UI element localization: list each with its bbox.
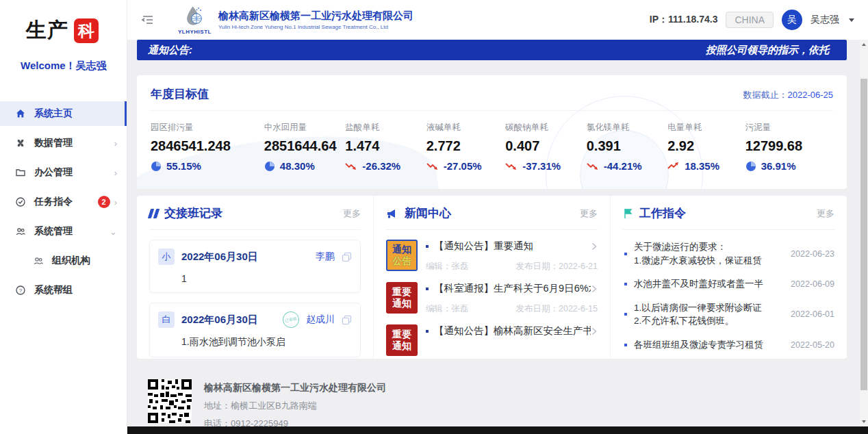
bullet-icon (624, 253, 627, 255)
metric-label: 电量单耗 (667, 122, 745, 133)
copy-icon[interactable] (342, 315, 352, 325)
news-item[interactable]: 重要 通知 【科室通报】生产科关于6月9日6%水 编辑：张磊 发布日期：2022… (386, 282, 598, 315)
help-icon: ? (15, 285, 26, 296)
bullet-icon (624, 313, 627, 316)
company-name-zh: 榆林高新区榆横第一工业污水处理有限公司 (218, 10, 413, 23)
page-footer: 榆林高新区榆横第一工业污水处理有限公司 地址：榆横工业区B九路南端 电话：091… (137, 379, 847, 430)
instructions-panel: 工作指令 更多 关于微滤运行的要求：1.微滤产水衰减较快，保证租赁 2022-0… (610, 196, 847, 359)
svg-text:?: ? (19, 288, 23, 294)
metric-mgcl2: 氯化镁单耗 0.391 -44.21% (587, 122, 667, 172)
thumb-line: 通知 (392, 244, 411, 256)
sidebar-item-system[interactable]: 系统管理 ⌄ (0, 219, 127, 244)
shift-body: 1 (181, 273, 352, 284)
news-item[interactable]: 重要 通知 【通知公告】榆林高新区安全生产书法 (386, 324, 598, 356)
news-editor: 编辑：张磊 (426, 261, 469, 272)
shift-date: 2022年06月30日 (181, 314, 258, 327)
news-panel: 新闻中心 更多 通知 公告 【通知公告】重要通知 编辑：张磊 发布日期 (373, 196, 610, 359)
sidebar-item-tasks[interactable]: 任务指令 2 › (0, 190, 127, 214)
collapse-sidebar-icon[interactable] (141, 13, 155, 27)
brand-text: 生产 (26, 16, 68, 44)
news-pub-date: 发布日期：2022-6-15 (516, 303, 598, 315)
metric-label: 污泥量 (745, 122, 833, 133)
instruction-item[interactable]: 水池井盖不及时盖好或者盖一半 2022-06-09 (623, 277, 834, 291)
sidebar-item-label: 任务指令 (34, 196, 73, 208)
footer-company-name: 榆林高新区榆横第一工业污水处理有限公司 (204, 382, 386, 394)
trend-down-icon (505, 162, 518, 170)
metric-value: 1.474 (345, 138, 426, 154)
bullet-icon (426, 288, 429, 290)
shift-person: 李鹏 (316, 251, 335, 263)
sidebar-item-data[interactable]: 数据管理 › (0, 131, 127, 155)
news-item[interactable]: 通知 公告 【通知公告】重要通知 编辑：张磊 发布日期：2022-6-21 (386, 240, 598, 272)
approved-seal-icon: 已审核 (281, 310, 301, 329)
scrollbar-thumb[interactable] (860, 79, 867, 390)
sidebar-item-home[interactable]: 系统主页 (0, 101, 127, 126)
company-name-en: Yulin Hi-tech Zone Yuheng No.1 Industria… (218, 24, 413, 30)
panels-row: 交接班记录 更多 小 2022年06月30日 李鹏 1 白 2022年06月30… (137, 196, 847, 359)
notice-bar[interactable]: 通知公告: 按照公司领导的指示，依托 (137, 40, 847, 60)
instruction-item[interactable]: 1.以后请病假一律要求附诊断证2.不允许私下花钱倒班。 2022-06-01 (623, 301, 834, 328)
shift-body: 1.雨水池到调节池小泵启 (181, 336, 352, 348)
news-thumbnail: 重要 通知 (386, 282, 418, 314)
pie-icon (745, 161, 756, 172)
copy-icon[interactable] (342, 252, 352, 262)
shift-more-link[interactable]: 更多 (343, 207, 361, 220)
thumb-line: 重要 (392, 286, 411, 298)
logo-caption: YLHYHISTL (178, 29, 212, 35)
shift-panel: 交接班记录 更多 小 2022年06月30日 李鹏 1 白 2022年06月30… (137, 196, 373, 359)
avatar[interactable]: 吴 (782, 10, 802, 30)
vertical-scrollbar[interactable] (860, 40, 868, 426)
ip-address: IP：111.18.74.3 (650, 14, 718, 26)
scroll-down-arrow-icon[interactable] (860, 417, 868, 426)
instruction-date: 2022-06-23 (784, 249, 834, 259)
pie-icon (264, 161, 275, 172)
sidebar-item-organization[interactable]: 组织机构 (0, 248, 127, 273)
user-menu-caret-icon[interactable] (849, 18, 854, 22)
shift-record[interactable]: 小 2022年06月30日 李鹏 1 (149, 240, 361, 293)
megaphone-icon (386, 208, 398, 219)
username[interactable]: 吴志强 (810, 14, 839, 26)
metric-value: 2.772 (426, 138, 506, 154)
metric-label: 盐酸单耗 (345, 122, 426, 133)
metric-value: 2846541.248 (151, 138, 264, 154)
data-cutoff: 数据截止：2022-06-25 (743, 89, 834, 101)
news-more-link[interactable]: 更多 (580, 207, 598, 220)
sidebar-item-help[interactable]: ? 系统帮组 (0, 278, 127, 303)
trend-down-icon (587, 162, 599, 170)
metric-power: 电量单耗 2.92 18.35% (667, 122, 745, 172)
welcome-text: Welcome！吴志强 (21, 60, 127, 73)
shift-date: 2022年06月30日 (181, 251, 258, 264)
bottom-black-strip (127, 426, 868, 434)
thumb-line: 公告 (392, 255, 411, 268)
scroll-up-arrow-icon[interactable] (860, 40, 868, 49)
main-content: 通知公告: 按照公司领导的指示，依托 年度目标值 数据截止：2022-06-25… (127, 40, 860, 434)
annual-targets-title: 年度目标值 (151, 86, 209, 102)
shift-record[interactable]: 白 2022年06月30日 已审核 赵成川 1.雨水池到调节池小泵启 (149, 303, 361, 357)
chevron-right-icon: › (114, 138, 117, 149)
shift-person: 赵成川 (306, 314, 335, 326)
bullet-icon (426, 245, 429, 248)
instructions-title: 工作指令 (639, 205, 686, 221)
instruction-line: 各班组班组及微滤专责学习租赁 (634, 338, 778, 352)
metric-value: 0.407 (505, 138, 586, 154)
brand-badge: 科 (74, 18, 99, 43)
news-title: 新闻中心 (405, 205, 451, 221)
instruction-item[interactable]: 关于微滤运行的要求：1.微滤产水衰减较快，保证租赁 2022-06-23 (623, 240, 834, 267)
trend-down-icon (345, 162, 357, 170)
sidebar-item-office[interactable]: 办公管理 › (0, 160, 127, 185)
instruction-item[interactable]: 各班组班组及微滤专责学习租赁 2022-05-20 (623, 338, 834, 352)
data-icon (15, 138, 26, 149)
chevron-right-icon (591, 327, 598, 335)
news-thumbnail: 通知 公告 (386, 240, 418, 271)
sidebar-item-label: 数据管理 (34, 137, 73, 149)
data-cutoff-date: 2022-06-25 (788, 90, 834, 100)
shift-title: 交接班记录 (164, 205, 222, 221)
check-circle-icon (15, 196, 26, 207)
metrics-grid: 园区排污量 2846541.248 55.15% 中水回用量 2851644.6… (151, 122, 833, 172)
instructions-more-link[interactable]: 更多 (817, 207, 834, 220)
trend-down-icon (426, 162, 439, 170)
metric-value: 2.92 (667, 138, 745, 154)
instruction-line: 1.微滤产水衰减较快，保证租赁 (634, 254, 778, 268)
news-pub-date: 发布日期：2022-6-21 (516, 261, 598, 272)
metric-percent: -27.05% (444, 160, 482, 172)
